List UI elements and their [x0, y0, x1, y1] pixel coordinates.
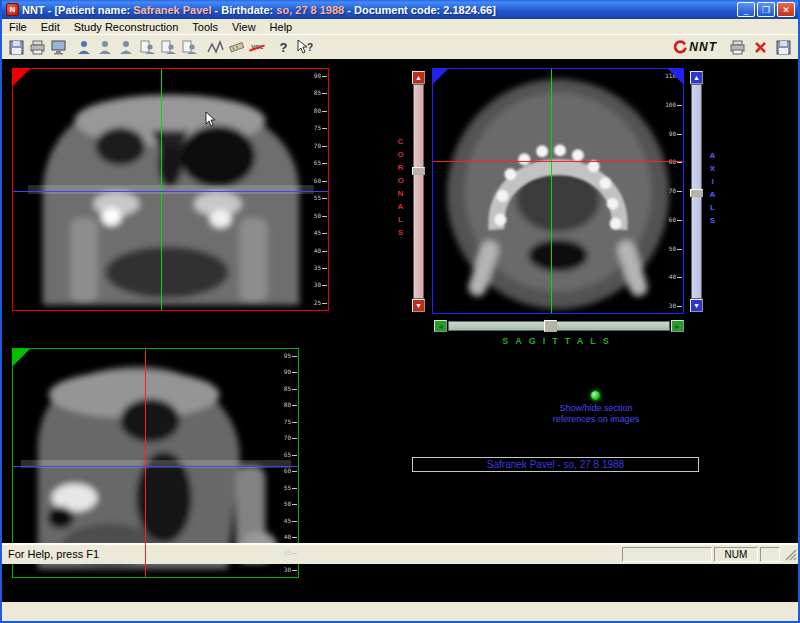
title-birth-label: - Birthdate: [215, 4, 274, 16]
sagittal-coronal-reference-line[interactable] [145, 349, 146, 577]
nnt-logo-text: NNT [689, 40, 717, 54]
ruler-tick: 80 [284, 402, 297, 408]
axial-slider-down-button[interactable]: ▼ [690, 299, 703, 312]
ruler-tick: 50 [284, 501, 297, 507]
mouse-cursor [205, 111, 217, 127]
patient-tool-5-button[interactable] [158, 37, 179, 57]
volume-toggle-button[interactable]: VOL [247, 37, 268, 57]
export-save-button[interactable] [773, 37, 794, 57]
ruler-tick: 90 [284, 369, 297, 375]
showhide-caption-line1: Show/hide section [521, 403, 671, 414]
display-settings-button[interactable] [48, 37, 69, 57]
sagittal-slider-left-button[interactable]: ◄ [434, 320, 447, 332]
floppy-icon [775, 39, 792, 56]
workspace: 9085807570656055504540353025 CORONALS ▲ … [2, 59, 798, 602]
axial-ruler: 11010090807060504030 [666, 73, 682, 309]
axial-coronal-reference-line[interactable] [433, 161, 683, 162]
ruler-tick: 85 [284, 386, 297, 392]
floppy-icon [8, 39, 25, 56]
coronal-axial-reference-line[interactable] [13, 191, 328, 192]
help-button[interactable]: ? [273, 37, 294, 57]
coronal-corner-marker [13, 69, 30, 86]
sagittal-ruler: 9590858075706560555045403530 [281, 353, 297, 573]
title-app: NNT [22, 4, 45, 16]
sagittal-corner-marker [13, 349, 30, 366]
arrow-question-icon: ? [296, 39, 314, 55]
ruler-tick: 85 [314, 90, 327, 96]
print-button[interactable] [27, 37, 48, 57]
ruler-tick: 60 [284, 468, 297, 474]
context-help-button[interactable]: ? [294, 37, 315, 57]
coronal-slider-down-button[interactable]: ▼ [412, 299, 425, 312]
ruler-tick: 40 [284, 534, 297, 540]
coronal-slider-thumb[interactable] [412, 167, 425, 175]
coronal-sagittal-reference-line[interactable] [161, 69, 162, 310]
ruler-tick: 25 [314, 300, 327, 306]
minimize-button[interactable]: _ [737, 2, 755, 17]
coronal-slider-up-button[interactable]: ▲ [412, 71, 425, 84]
patient-tool-1-button[interactable] [74, 37, 95, 57]
showhide-references-button[interactable] [591, 391, 600, 400]
measure-tool-button[interactable] [226, 37, 247, 57]
title-bar[interactable]: N NNT - [Patient name: Safranek Pavel - … [2, 0, 798, 19]
ruler-tick: 65 [314, 160, 327, 166]
delete-button[interactable] [750, 37, 771, 57]
patient-tool-4-button[interactable] [137, 37, 158, 57]
monitor-icon [50, 39, 67, 56]
ruler-tick: 50 [314, 213, 327, 219]
menu-bar: FileEditStudy ReconstructionToolsViewHel… [2, 19, 798, 34]
waveform-icon [207, 39, 224, 55]
nnt-logo: NNT [673, 40, 717, 54]
menu-tools[interactable]: Tools [185, 20, 225, 34]
ruler-tick: 50 [669, 246, 682, 252]
axial-view[interactable]: 11010090807060504030 [432, 68, 684, 314]
patient-info-box: Safranek Pavel - so, 27 8 1988 [412, 457, 699, 472]
ruler-tick: 40 [314, 248, 327, 254]
axial-ct-image [433, 69, 683, 313]
menu-edit[interactable]: Edit [34, 20, 67, 34]
ruler-tick: 75 [314, 125, 327, 131]
patient-tool-6-button[interactable] [179, 37, 200, 57]
coronal-view[interactable]: 9085807570656055504540353025 [12, 68, 329, 311]
ruler-tick: 75 [284, 419, 297, 425]
export-print-button[interactable] [727, 37, 748, 57]
sagittal-slider-track[interactable] [448, 321, 670, 331]
patient-tool-3-button[interactable] [116, 37, 137, 57]
ruler-tick: 70 [284, 435, 297, 441]
signal-tool-button[interactable] [205, 37, 226, 57]
status-help-text: For Help, press F1 [8, 548, 621, 560]
status-panel-blank [760, 547, 780, 562]
svg-text:?: ? [307, 42, 313, 53]
sagittal-slider-thumb[interactable] [544, 320, 557, 332]
coronal-ct-image [13, 69, 328, 310]
menu-view[interactable]: View [225, 20, 263, 34]
menu-help[interactable]: Help [263, 20, 300, 34]
sagittal-axial-reference-line[interactable] [13, 466, 298, 467]
coronal-slider[interactable]: ▲ ▼ [412, 71, 425, 312]
coronal-ruler: 9085807570656055504540353025 [311, 73, 327, 306]
axial-slider-thumb[interactable] [690, 189, 703, 197]
menu-study-reconstruction[interactable]: Study Reconstruction [67, 20, 186, 34]
person-document-icon [182, 39, 197, 55]
title-doc-value: 2.1824.66] [443, 4, 496, 16]
axial-slider[interactable]: ▲ ▼ [690, 71, 703, 312]
axial-sagittal-reference-line[interactable] [551, 69, 552, 313]
status-num-indicator: NUM [714, 547, 758, 562]
title-doc-label: - Document code: [347, 4, 440, 16]
coronal-slider-track[interactable] [413, 84, 424, 299]
resize-grip[interactable] [783, 547, 798, 562]
patient-tool-2-button[interactable] [95, 37, 116, 57]
window-title: NNT - [Patient name: Safranek Pavel - Bi… [22, 4, 737, 16]
person-document-icon [140, 39, 155, 55]
close-button[interactable]: ✕ [777, 2, 795, 17]
nnt-swoosh-icon [673, 40, 687, 54]
restore-button[interactable]: ❐ [757, 2, 775, 17]
menu-file[interactable]: File [2, 20, 34, 34]
ruler-tick: 30 [669, 303, 682, 309]
sagittal-slider[interactable]: ◄ ► [434, 320, 684, 332]
save-button[interactable] [6, 37, 27, 57]
ruler-tick: 70 [669, 188, 682, 194]
sagittal-slider-right-button[interactable]: ► [671, 320, 684, 332]
axial-slider-up-button[interactable]: ▲ [690, 71, 703, 84]
app-icon[interactable]: N [6, 3, 19, 16]
